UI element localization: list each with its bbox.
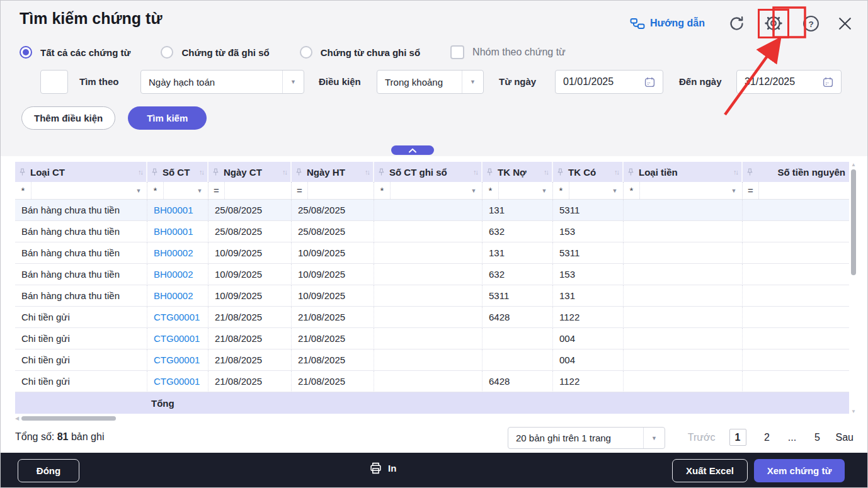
filter-input[interactable] xyxy=(640,182,726,199)
guide-link[interactable]: Hướng dẫn xyxy=(630,17,705,30)
pagination-page-1[interactable]: 1 xyxy=(729,429,746,446)
radio-dot[interactable] xyxy=(300,46,312,59)
sort-icon[interactable]: ↑↓ xyxy=(614,168,619,176)
pagination-prev[interactable]: Trước xyxy=(688,432,716,443)
pin-icon[interactable] xyxy=(486,168,493,176)
close-dialog-button[interactable]: Đóng xyxy=(18,459,79,482)
column-header-6[interactable]: TK Có↑↓ xyxy=(553,162,624,182)
table-row[interactable]: Bán hàng chưa thu tiềnBH0000210/09/20251… xyxy=(15,264,849,285)
radio-option-1[interactable]: Chứng từ đã ghi sổ xyxy=(161,46,269,59)
help-button[interactable]: ? xyxy=(798,11,823,36)
pin-icon[interactable] xyxy=(212,168,219,176)
column-header-0[interactable]: Loại CT↑↓ xyxy=(15,162,147,182)
filter-operator[interactable]: * xyxy=(624,182,640,199)
sort-icon[interactable]: ↑↓ xyxy=(365,168,369,176)
document-number-link[interactable]: BH00002 xyxy=(154,247,193,258)
filter-operator[interactable]: * xyxy=(147,182,164,199)
checkbox-box[interactable] xyxy=(450,45,464,59)
scroll-up-arrow[interactable]: ▲ xyxy=(850,162,857,167)
print-button[interactable]: In xyxy=(369,462,396,475)
document-number-link[interactable]: BH00001 xyxy=(154,205,193,215)
calendar-icon[interactable] xyxy=(823,77,833,88)
column-header-2[interactable]: Ngày CT↑↓ xyxy=(208,162,292,182)
table-row[interactable]: Chi tiền gửiCTG0000121/08/202521/08/2025… xyxy=(15,349,849,371)
filter-dropdown-icon[interactable]: ▼ xyxy=(726,188,742,194)
pagination-next[interactable]: Sau xyxy=(836,432,854,443)
filter-operator[interactable]: * xyxy=(374,182,391,199)
sort-icon[interactable]: ↑↓ xyxy=(199,168,203,176)
column-header-3[interactable]: Ngày HT↑↓ xyxy=(292,162,374,182)
table-row[interactable]: Chi tiền gửiCTG0000121/08/202521/08/2025… xyxy=(15,371,849,392)
filter-input[interactable] xyxy=(569,182,607,199)
filter-input[interactable] xyxy=(499,182,536,199)
filter-input[interactable] xyxy=(308,182,374,199)
filter-input[interactable] xyxy=(225,182,291,199)
export-excel-button[interactable]: Xuất Excel xyxy=(672,459,748,482)
pagination-page-5[interactable]: 5 xyxy=(813,432,822,443)
pin-icon[interactable] xyxy=(378,168,385,176)
from-date-input[interactable]: 01/01/2025 xyxy=(555,70,663,94)
radio-option-0[interactable]: Tất cả các chứng từ xyxy=(20,46,130,59)
scroll-left-arrow[interactable]: ◀ xyxy=(15,416,19,421)
filter-operator[interactable]: * xyxy=(15,182,31,199)
page-size-select[interactable]: 20 bản ghi trên 1 trang ▼ xyxy=(508,427,665,449)
sort-icon[interactable]: ↑↓ xyxy=(138,168,142,176)
vertical-scrollbar[interactable]: ▲ ▼ xyxy=(850,162,857,414)
table-row[interactable]: Chi tiền gửiCTG0000121/08/202521/08/2025… xyxy=(15,328,849,349)
document-number-link[interactable]: BH00001 xyxy=(154,226,193,237)
document-number-link[interactable]: CTG00001 xyxy=(154,333,200,344)
filter-dropdown-icon[interactable]: ▼ xyxy=(536,188,552,194)
filter-dropdown-icon[interactable]: ▼ xyxy=(465,188,482,194)
sort-icon[interactable]: ↑↓ xyxy=(282,168,287,176)
filter-input[interactable] xyxy=(164,182,191,199)
add-condition-button[interactable]: Thêm điều kiện xyxy=(21,106,115,130)
table-row[interactable]: Chi tiền gửiCTG0000121/08/202521/08/2025… xyxy=(15,307,849,328)
filter-input[interactable] xyxy=(31,182,130,199)
filter-dropdown-icon[interactable]: ▼ xyxy=(191,188,208,194)
column-header-1[interactable]: Số CT↑↓ xyxy=(147,162,208,182)
horizontal-scrollbar-thumb[interactable] xyxy=(21,416,116,421)
radio-dot[interactable] xyxy=(20,46,32,59)
filter-operator[interactable]: = xyxy=(208,182,225,199)
document-number-link[interactable]: CTG00001 xyxy=(154,376,200,387)
filter-input[interactable] xyxy=(759,182,849,199)
scroll-down-arrow[interactable]: ▼ xyxy=(850,409,857,414)
sort-icon[interactable]: ↑↓ xyxy=(544,168,548,176)
column-header-7[interactable]: Loại tiền↑↓ xyxy=(624,162,743,182)
filter-operator[interactable]: = xyxy=(292,182,308,199)
quick-search-input[interactable] xyxy=(40,70,68,94)
column-header-8[interactable]: Số tiền nguyên xyxy=(743,162,849,182)
to-date-input[interactable]: 31/12/2025 xyxy=(736,70,842,94)
settings-button[interactable] xyxy=(758,9,789,38)
pin-icon[interactable] xyxy=(746,168,753,176)
pin-icon[interactable] xyxy=(557,168,564,176)
filter-operator[interactable]: * xyxy=(553,182,569,199)
condition-select[interactable]: Trong khoảng ▼ xyxy=(377,70,484,94)
refresh-button[interactable] xyxy=(724,11,749,36)
column-header-5[interactable]: TK Nợ↑↓ xyxy=(483,162,553,182)
search-button[interactable]: Tìm kiếm xyxy=(128,106,207,130)
table-row[interactable]: Bán hàng chưa thu tiềnBH0000125/08/20252… xyxy=(15,200,849,221)
horizontal-scrollbar[interactable]: ◀ xyxy=(15,416,849,422)
pin-icon[interactable] xyxy=(295,168,302,176)
search-by-select[interactable]: Ngày hạch toán ▼ xyxy=(140,70,304,94)
radio-option-2[interactable]: Chứng từ chưa ghi sổ xyxy=(300,46,420,59)
document-number-link[interactable]: BH00002 xyxy=(154,269,193,280)
pagination-page-2[interactable]: 2 xyxy=(763,432,772,443)
table-row[interactable]: Bán hàng chưa thu tiềnBH0000125/08/20252… xyxy=(15,221,849,242)
sort-icon[interactable]: ↑↓ xyxy=(733,168,738,176)
group-by-document-checkbox[interactable]: Nhóm theo chứng từ xyxy=(450,45,566,59)
filter-dropdown-icon[interactable]: ▼ xyxy=(607,188,623,194)
sort-icon[interactable]: ↑↓ xyxy=(473,168,477,176)
column-header-4[interactable]: Số CT ghi sổ↑↓ xyxy=(374,162,483,182)
close-button[interactable] xyxy=(832,11,857,36)
document-number-link[interactable]: CTG00001 xyxy=(154,312,200,322)
view-document-button[interactable]: Xem chứng từ xyxy=(754,459,845,482)
vertical-scrollbar-thumb[interactable] xyxy=(851,169,856,275)
filter-operator[interactable]: * xyxy=(483,182,499,199)
document-number-link[interactable]: CTG00001 xyxy=(154,355,200,365)
filter-input[interactable] xyxy=(391,182,465,199)
table-row[interactable]: Bán hàng chưa thu tiềnBH0000210/09/20251… xyxy=(15,285,849,307)
pin-icon[interactable] xyxy=(19,168,26,176)
filter-dropdown-icon[interactable]: ▼ xyxy=(130,188,147,194)
